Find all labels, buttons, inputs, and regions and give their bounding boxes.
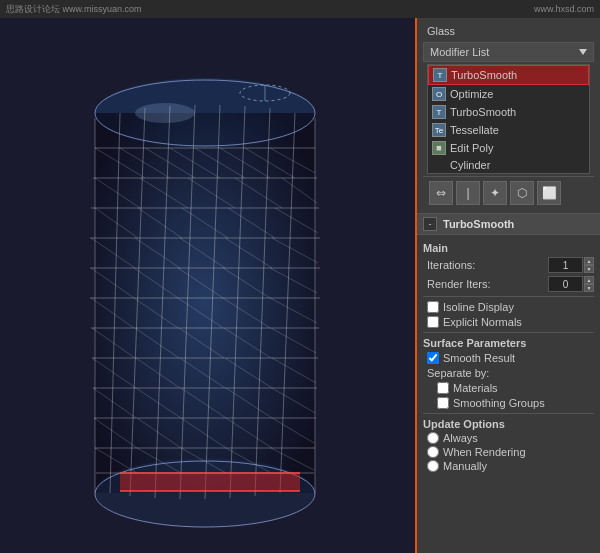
manually-label[interactable]: Manually — [443, 460, 487, 472]
when-rendering-radio[interactable] — [427, 446, 439, 458]
turbosmooth-section-header: - TurboSmooth — [417, 214, 600, 235]
divider-2 — [423, 332, 594, 333]
always-label[interactable]: Always — [443, 432, 478, 444]
turbosmooth-content: Main Iterations: Render Iters: — [417, 235, 600, 478]
iterations-arrows — [584, 257, 594, 273]
render-iters-input[interactable] — [548, 276, 583, 292]
smoothing-groups-checkbox[interactable] — [437, 397, 449, 409]
viewport-background — [0, 18, 415, 553]
explicit-normals-row: Explicit Normals — [423, 316, 594, 328]
isoline-checkbox[interactable] — [427, 301, 439, 313]
modifier-label-optimize: Optimize — [450, 88, 493, 100]
modifier-icon-tessellate: Te — [432, 123, 446, 137]
smooth-result-label[interactable]: Smooth Result — [443, 352, 515, 364]
isoline-row: Isoline Display — [423, 301, 594, 313]
manually-row: Manually — [423, 460, 594, 472]
show-button[interactable]: ⬡ — [510, 181, 534, 205]
modifier-list-label: Modifier List — [430, 46, 489, 58]
modifier-item-cylinder[interactable]: Cylinder — [428, 157, 589, 173]
modifier-label-editpoly-text: Edit Poly — [450, 142, 493, 154]
viewport[interactable] — [0, 18, 415, 553]
iterations-input[interactable] — [548, 257, 583, 273]
dropdown-arrow-icon — [579, 49, 587, 55]
pin-button[interactable]: ⇔ — [429, 181, 453, 205]
modifier-label-tessellate: Tessellate — [450, 124, 499, 136]
modifier-icon-optimize: O — [432, 87, 446, 101]
render-iters-arrows — [584, 276, 594, 292]
modifier-item-tessellate[interactable]: Te Tessellate — [428, 121, 589, 139]
manually-radio[interactable] — [427, 460, 439, 472]
smooth-result-row: Smooth Result — [423, 352, 594, 364]
modifier-toolbar: ⇔ | ✦ ⬡ ⬜ — [423, 176, 594, 209]
configure-button[interactable]: ✦ — [483, 181, 507, 205]
settings-button[interactable]: ⬜ — [537, 181, 561, 205]
modifier-item-editpoly[interactable]: ◼ TurboSmooth Edit Poly — [428, 139, 589, 157]
render-iters-down[interactable] — [584, 284, 594, 292]
watermark-text-left: 思路设计论坛 www.missyuan.com — [6, 3, 142, 16]
modifier-item-turbosm1[interactable]: T TurboSmooth — [428, 65, 589, 85]
render-iters-row: Render Iters: — [423, 276, 594, 292]
iterations-row: Iterations: — [423, 257, 594, 273]
modifier-icon-turbosm2: T — [432, 105, 446, 119]
svg-point-86 — [135, 103, 195, 123]
watermark-bar: 思路设计论坛 www.missyuan.com www.hxsd.com — [0, 0, 600, 18]
modifier-icon-editpoly: ◼ — [432, 141, 446, 155]
modifier-list-dropdown[interactable]: Modifier List — [423, 42, 594, 62]
modifier-icon-turbosm1: T — [433, 68, 447, 82]
render-iters-label: Render Iters: — [427, 278, 548, 290]
collapse-button[interactable]: - — [423, 217, 437, 231]
when-rendering-label[interactable]: When Rendering — [443, 446, 526, 458]
explicit-normals-checkbox[interactable] — [427, 316, 439, 328]
smoothing-groups-label[interactable]: Smoothing Groups — [453, 397, 545, 409]
watermark-text-right: www.hxsd.com — [534, 4, 594, 14]
smoothing-groups-row: Smoothing Groups — [423, 397, 594, 409]
iterations-label: Iterations: — [427, 259, 548, 271]
divider-1 — [423, 296, 594, 297]
explicit-normals-label[interactable]: Explicit Normals — [443, 316, 522, 328]
always-radio[interactable] — [427, 432, 439, 444]
turbosmooth-title: TurboSmooth — [443, 218, 514, 230]
separator-button[interactable]: | — [456, 181, 480, 205]
materials-row: Materials — [423, 382, 594, 394]
update-options-label: Update Options — [423, 418, 594, 430]
materials-label[interactable]: Materials — [453, 382, 498, 394]
panel-top: Glass Modifier List T TurboSmooth O Opti… — [417, 18, 600, 213]
render-iters-up[interactable] — [584, 276, 594, 284]
object-name-label: Glass — [423, 22, 594, 40]
render-iters-spinner[interactable] — [548, 276, 594, 292]
modifier-stack: T TurboSmooth O Optimize T TurboSmooth T… — [427, 64, 590, 174]
always-row: Always — [423, 432, 594, 444]
divider-3 — [423, 413, 594, 414]
properties-panel: - TurboSmooth Main Iterations: — [417, 213, 600, 553]
when-rendering-row: When Rendering — [423, 446, 594, 458]
main-group-label: Main — [423, 242, 594, 254]
iterations-up[interactable] — [584, 257, 594, 265]
surface-params-label: Surface Parameters — [423, 337, 594, 349]
separate-by-label: Separate by: — [427, 367, 594, 379]
iterations-spinner[interactable] — [548, 257, 594, 273]
iterations-down[interactable] — [584, 265, 594, 273]
main-layout: Glass Modifier List T TurboSmooth O Opti… — [0, 18, 600, 553]
modifier-label-turbosm2: TurboSmooth — [450, 106, 516, 118]
cylinder-mesh-svg — [0, 18, 415, 553]
modifier-label-cylinder: Cylinder — [450, 159, 490, 171]
modifier-item-turbosm2[interactable]: T TurboSmooth — [428, 103, 589, 121]
right-panel: Glass Modifier List T TurboSmooth O Opti… — [415, 18, 600, 553]
modifier-label-turbosm1: TurboSmooth — [451, 69, 517, 81]
isoline-label[interactable]: Isoline Display — [443, 301, 514, 313]
smooth-result-checkbox[interactable] — [427, 352, 439, 364]
modifier-item-optimize[interactable]: O Optimize — [428, 85, 589, 103]
materials-checkbox[interactable] — [437, 382, 449, 394]
svg-rect-87 — [120, 473, 300, 491]
